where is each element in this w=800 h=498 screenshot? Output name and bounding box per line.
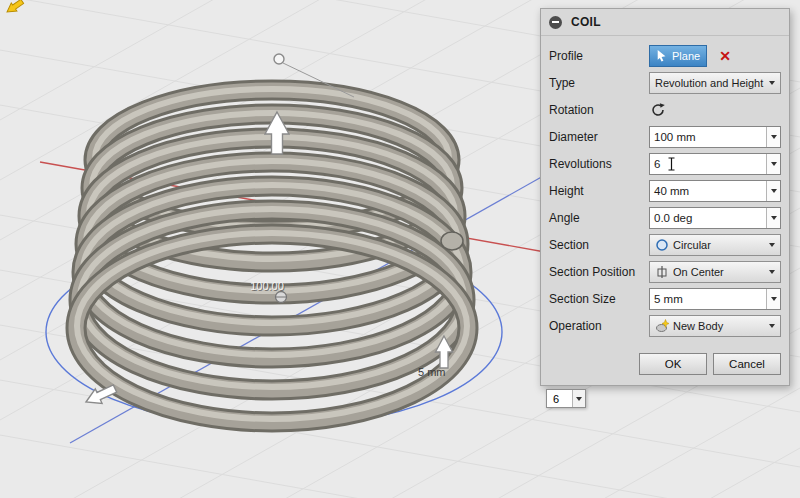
type-label: Type [549, 76, 649, 90]
row-angle: Angle 0.0 deg [549, 204, 781, 231]
manipulator-value-spinner[interactable]: 6 [546, 389, 586, 408]
rotation-label: Rotation [549, 103, 649, 117]
profile-chip-label: Plane [672, 50, 700, 62]
section-dropdown[interactable]: Circular [649, 234, 781, 256]
row-diameter: Diameter 100 mm [549, 123, 781, 150]
section-position-label: Section Position [549, 265, 649, 279]
chevron-down-icon [576, 397, 582, 401]
fusion-viewport-window: 100.00 100.00 5 mm COIL Profile Plane [0, 0, 800, 498]
dialog-title: COIL [571, 15, 601, 29]
angle-input[interactable]: 0.0 deg [649, 207, 781, 229]
pointer-icon [656, 49, 668, 62]
section-size-input[interactable]: 5 mm [649, 288, 781, 310]
dialog-buttons: OK Cancel [541, 339, 789, 385]
revolutions-spinner[interactable] [766, 154, 780, 174]
circular-section-icon [655, 238, 669, 252]
ok-button[interactable]: OK [639, 353, 707, 375]
profile-selection-button[interactable]: Plane [649, 45, 707, 67]
height-spinner[interactable] [766, 181, 780, 201]
row-operation: Operation New Body [549, 312, 781, 339]
type-value: Revolution and Height [655, 77, 765, 89]
type-dropdown[interactable]: Revolution and Height [649, 72, 781, 94]
row-height: Height 40 mm [549, 177, 781, 204]
angle-label: Angle [549, 211, 649, 225]
diameter-dimension-label[interactable]: 100.00 [250, 280, 284, 292]
coil-dialog-header[interactable]: COIL [541, 9, 789, 36]
manipulator-spinner-dropdown[interactable] [572, 390, 585, 407]
section-label: Section [549, 238, 649, 252]
revolutions-value[interactable]: 6 [654, 155, 660, 173]
chevron-down-icon [771, 162, 777, 166]
operation-value: New Body [673, 320, 765, 332]
coil-dialog: COIL Profile Plane ✕ Type [540, 8, 790, 386]
height-input[interactable]: 40 mm [649, 180, 781, 202]
row-section-size: Section Size 5 mm [549, 285, 781, 312]
on-center-icon [655, 265, 669, 279]
diameter-handle[interactable] [276, 292, 287, 303]
angle-spinner[interactable] [766, 208, 780, 228]
height-handle-circle[interactable] [274, 54, 284, 64]
angle-value[interactable]: 0.0 deg [650, 208, 766, 228]
chevron-down-icon [769, 81, 775, 85]
row-revolutions: Revolutions 6 [549, 150, 781, 177]
section-size-label[interactable]: 5 mm [418, 366, 446, 378]
revolutions-input[interactable]: 6 [649, 153, 781, 175]
height-label: Height [549, 184, 649, 198]
diameter-input[interactable]: 100 mm [649, 126, 781, 148]
text-cursor-icon [667, 157, 676, 171]
chevron-down-icon [771, 297, 777, 301]
dialog-rows: Profile Plane ✕ Type Revolution and Heig… [541, 36, 789, 339]
clear-selection-icon[interactable]: ✕ [719, 49, 731, 63]
coil-tube-end [441, 232, 463, 250]
operation-label: Operation [549, 319, 649, 333]
section-position-dropdown[interactable]: On Center [649, 261, 781, 283]
manipulator-spinner-value[interactable]: 6 [547, 390, 572, 407]
row-profile: Profile Plane ✕ [549, 42, 781, 69]
diameter-spinner[interactable] [766, 127, 780, 147]
chevron-down-icon [771, 216, 777, 220]
revolutions-label: Revolutions [549, 157, 649, 171]
section-value: Circular [673, 239, 765, 251]
chevron-down-icon [769, 324, 775, 328]
profile-label: Profile [549, 49, 649, 63]
yellow-arrow-icon [4, 0, 25, 16]
height-value[interactable]: 40 mm [650, 181, 766, 201]
row-section-position: Section Position On Center [549, 258, 781, 285]
section-position-value: On Center [673, 266, 765, 278]
cancel-button[interactable]: Cancel [713, 353, 781, 375]
diameter-label: Diameter [549, 130, 649, 144]
collapse-icon[interactable] [549, 16, 562, 29]
operation-dropdown[interactable]: New Body [649, 315, 781, 337]
chevron-down-icon [771, 189, 777, 193]
rotation-direction-icon[interactable] [649, 101, 667, 119]
section-size-value[interactable]: 5 mm [650, 289, 766, 309]
chevron-down-icon [769, 243, 775, 247]
chevron-down-icon [771, 135, 777, 139]
row-section: Section Circular [549, 231, 781, 258]
row-rotation: Rotation [549, 96, 781, 123]
diameter-value[interactable]: 100 mm [650, 127, 766, 147]
section-size-label: Section Size [549, 292, 649, 306]
new-body-icon [655, 319, 669, 333]
section-size-spinner[interactable] [766, 289, 780, 309]
chevron-down-icon [769, 270, 775, 274]
row-type: Type Revolution and Height [549, 69, 781, 96]
